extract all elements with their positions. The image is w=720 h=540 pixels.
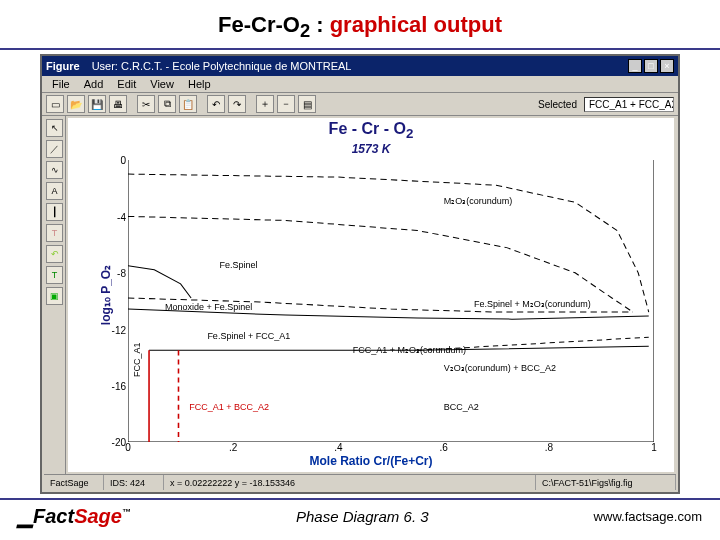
y-ticks: 0 -4 -8 -12 -16 -20 [104,160,126,442]
selected-box[interactable]: FCC_A1 + FCC_A2 [584,97,674,112]
slide-title: Fe-Cr-O2 : graphical output [0,0,720,48]
label-fcc-a1: FCC_A1 [132,342,142,377]
curve-tool-icon[interactable]: ∿ [46,161,63,179]
x-ticks: 0 .2 .4 .6 .8 1 [128,442,654,454]
factsage-logo: ▁FactSage™ [18,504,131,528]
label-fespinel: Fe.Spinel [220,260,258,270]
t-tool-icon[interactable]: T [46,224,63,242]
menu-help[interactable]: Help [188,78,211,90]
label-v2o3-bcc: V₂O₃(corundum) + BCC_A2 [444,363,556,373]
cut-icon[interactable]: ✂ [137,95,155,113]
ok-tool-icon[interactable]: ▣ [46,287,63,305]
plot-title: Fe - Cr - O2 [68,118,674,141]
maximize-button[interactable]: □ [644,59,658,73]
print-icon[interactable]: 🖶 [109,95,127,113]
open-icon[interactable]: 📂 [67,95,85,113]
text-tool-icon[interactable]: A [46,182,63,200]
zoom-out-icon[interactable]: － [277,95,295,113]
user-label: User: [92,60,118,72]
save-icon[interactable]: 💾 [88,95,106,113]
label-fespinel-corundum: Fe.Spinel + M₂O₃(corundum) [474,299,591,309]
t2-tool-icon[interactable]: T [46,266,63,284]
menu-add[interactable]: Add [84,78,104,90]
menu-file[interactable]: File [52,78,70,90]
status-bar: FactSage IDS: 424 x = 0.02222222 y = -18… [44,474,676,490]
status-path: C:\FACT-51\Figs\fig.fig [536,475,676,490]
redo-icon[interactable]: ↷ [228,95,246,113]
label-monox-fespinel: Monoxide + Fe.Spinel [165,302,252,312]
plot-subtitle: 1573 K [68,142,674,156]
label-bcc-a2: BCC_A2 [444,402,479,412]
footer-url: www.factsage.com [594,509,702,524]
back-tool-icon[interactable]: ↶ [46,245,63,263]
menu-bar: File Add Edit View Help [42,76,678,93]
status-ids: IDS: 424 [104,475,164,490]
footer-middle: Phase Diagram 6. 3 [296,508,429,525]
zoom-in-icon[interactable]: ＋ [256,95,274,113]
line-tool-icon[interactable]: ／ [46,140,63,158]
status-app: FactSage [44,475,104,490]
label-fcc-corundum: FCC_A1 + M₂O₃(corundum) [353,345,466,355]
selected-label: Selected [538,99,577,110]
status-coords: x = 0.02222222 y = -18.153346 [164,475,536,490]
format-icon[interactable]: ▤ [298,95,316,113]
copy-icon[interactable]: ⧉ [158,95,176,113]
app-name: Figure [46,60,80,72]
pointer-tool-icon[interactable]: ↖ [46,119,63,137]
slide-footer: ▁FactSage™ Phase Diagram 6. 3 www.factsa… [0,498,720,540]
label-fcc-bcc: FCC_A1 + BCC_A2 [189,402,269,412]
ruler-tool-icon[interactable]: ┃ [46,203,63,221]
undo-icon[interactable]: ↶ [207,95,225,113]
title-bar[interactable]: Figure User: C.R.C.T. - Ecole Polytechni… [42,56,678,76]
menu-view[interactable]: View [150,78,174,90]
toolbar: ▭ 📂 💾 🖶 ✂ ⧉ 📋 ↶ ↷ ＋ － ▤ Selected FCC_A1 … [42,93,678,116]
plot-area: Fe - Cr - O2 1573 K log₁₀ P_O₂ Mole Rati… [68,118,674,472]
figure-window: Figure User: C.R.C.T. - Ecole Polytechni… [40,54,680,494]
x-axis-label: Mole Ratio Cr/(Fe+Cr) [309,454,432,468]
user-org: C.R.C.T. - Ecole Polytechnique de MONTRE… [121,60,351,72]
minimize-button[interactable]: _ [628,59,642,73]
divider [0,48,720,50]
close-button[interactable]: × [660,59,674,73]
paste-icon[interactable]: 📋 [179,95,197,113]
new-icon[interactable]: ▭ [46,95,64,113]
side-toolbar: ↖ ／ ∿ A ┃ T ↶ T ▣ [44,116,66,474]
label-fespinel-fcc: Fe.Spinel + FCC_A1 [207,331,290,341]
label-corundum: M₂O₃(corundum) [444,196,513,206]
menu-edit[interactable]: Edit [117,78,136,90]
